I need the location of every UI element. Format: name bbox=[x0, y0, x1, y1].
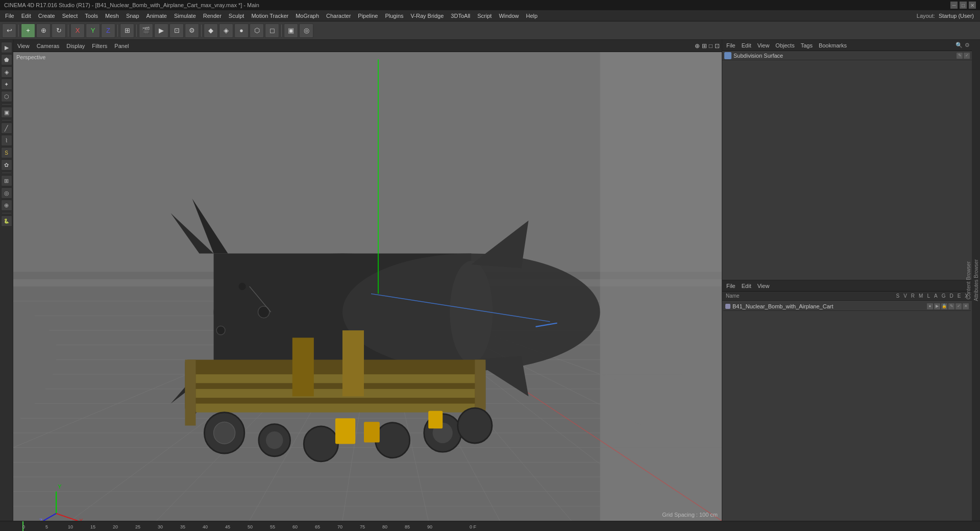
col-a[interactable]: A bbox=[933, 293, 939, 299]
ob-file-menu[interactable]: File bbox=[724, 42, 738, 49]
ob-search-icon[interactable]: 🔍 bbox=[955, 42, 963, 49]
attr-edit-menu[interactable]: Edit bbox=[740, 282, 753, 289]
col-g[interactable]: G bbox=[940, 293, 947, 299]
ob-bookmarks-menu[interactable]: Bookmarks bbox=[817, 42, 849, 49]
col-d[interactable]: D bbox=[948, 293, 954, 299]
menu-plugins[interactable]: Plugins bbox=[382, 12, 406, 20]
close-button[interactable]: ✕ bbox=[969, 2, 976, 9]
attr-sel-icon[interactable]: ✓ bbox=[955, 303, 962, 309]
vp-render-icon[interactable]: ⊞ bbox=[702, 42, 707, 50]
left-tool-2[interactable]: ◈ bbox=[1, 66, 12, 78]
snap-button[interactable]: ⊞ bbox=[120, 23, 134, 38]
edge-mode-button[interactable]: ⬡ bbox=[250, 23, 264, 38]
rotate-tool-button[interactable]: ↻ bbox=[52, 23, 66, 38]
left-tool-8[interactable]: S bbox=[1, 147, 12, 158]
left-tool-10[interactable]: ⊞ bbox=[1, 175, 12, 186]
vp-view-menu[interactable]: View bbox=[15, 42, 32, 50]
render-mode-button[interactable]: ◎ bbox=[299, 23, 313, 38]
attr-del-icon[interactable]: ✕ bbox=[963, 303, 969, 309]
col-v[interactable]: V bbox=[902, 293, 909, 299]
left-tool-12[interactable]: ⊕ bbox=[1, 200, 12, 211]
col-r[interactable]: R bbox=[910, 293, 916, 299]
menu-3dtoall[interactable]: 3DToAll bbox=[448, 12, 473, 20]
col-name[interactable]: Name bbox=[724, 293, 741, 299]
menu-vray-bridge[interactable]: V-Ray Bridge bbox=[408, 12, 447, 20]
left-tool-9[interactable]: ✿ bbox=[1, 159, 12, 171]
ob-gear-icon[interactable]: ⚙ bbox=[965, 42, 970, 49]
point-mode-button[interactable]: ● bbox=[234, 23, 249, 38]
vp-cameras-menu[interactable]: Cameras bbox=[35, 42, 62, 50]
left-tool-11[interactable]: ◎ bbox=[1, 187, 12, 199]
scale-tool-button[interactable]: ⊕ bbox=[36, 23, 51, 38]
menu-window[interactable]: Window bbox=[496, 12, 522, 20]
menu-help[interactable]: Help bbox=[523, 12, 541, 20]
left-tool-3[interactable]: ✦ bbox=[1, 79, 12, 90]
ob-icon-edit[interactable]: ✎ bbox=[957, 53, 963, 59]
viewport[interactable]: Y X Z Perspective Grid Spacing : 100 cm bbox=[13, 52, 722, 521]
menu-file[interactable]: File bbox=[2, 12, 17, 20]
attr-lock-icon[interactable]: 🔒 bbox=[941, 303, 947, 309]
menu-simulate[interactable]: Simulate bbox=[171, 12, 199, 20]
render-region-button[interactable]: 🎬 bbox=[139, 23, 153, 38]
col-e[interactable]: E bbox=[956, 293, 963, 299]
vp-fullscreen-icon[interactable]: ⊡ bbox=[715, 42, 720, 50]
minimize-button[interactable]: ─ bbox=[950, 2, 958, 9]
menu-character[interactable]: Character bbox=[323, 12, 354, 20]
polygon-mode-button[interactable]: ◻ bbox=[265, 23, 279, 38]
left-tool-5[interactable]: ▣ bbox=[1, 107, 12, 118]
ob-view-menu[interactable]: View bbox=[755, 42, 772, 49]
vp-lock-icon[interactable]: □ bbox=[709, 42, 713, 50]
menu-script[interactable]: Script bbox=[474, 12, 495, 20]
menu-snap[interactable]: Snap bbox=[123, 12, 142, 20]
vp-display-menu[interactable]: Display bbox=[64, 42, 87, 50]
left-tool-4[interactable]: ⬡ bbox=[1, 91, 12, 102]
vp-filters-menu[interactable]: Filters bbox=[90, 42, 109, 50]
ob-objects-menu[interactable]: Objects bbox=[773, 42, 796, 49]
x-axis-button[interactable]: X bbox=[70, 23, 85, 38]
side-tab-attributes[interactable]: Attributes Browser bbox=[972, 255, 980, 305]
col-m[interactable]: M bbox=[917, 293, 924, 299]
menu-select[interactable]: Select bbox=[59, 12, 81, 20]
z-axis-button[interactable]: Z bbox=[101, 23, 115, 38]
menu-sculpt[interactable]: Sculpt bbox=[226, 12, 248, 20]
menu-mograph[interactable]: MoGraph bbox=[292, 12, 322, 20]
side-tab-content[interactable]: Content Browser bbox=[965, 257, 972, 303]
menu-tools[interactable]: Tools bbox=[82, 12, 101, 20]
attr-view-menu[interactable]: View bbox=[755, 282, 772, 289]
left-tool-1[interactable]: ⬟ bbox=[1, 54, 12, 65]
move-tool-button[interactable]: + bbox=[21, 23, 35, 38]
ob-icon-check[interactable]: ✓ bbox=[964, 53, 970, 59]
menu-animate[interactable]: Animate bbox=[143, 12, 170, 20]
menu-create[interactable]: Create bbox=[35, 12, 58, 20]
menu-render[interactable]: Render bbox=[200, 12, 225, 20]
attr-render-icon[interactable]: ▶ bbox=[934, 303, 940, 309]
menu-mesh[interactable]: Mesh bbox=[102, 12, 122, 20]
left-tool-7[interactable]: ⌇ bbox=[1, 135, 12, 146]
render-active-button[interactable]: ▶ bbox=[154, 23, 168, 38]
ob-edit-menu[interactable]: Edit bbox=[740, 42, 753, 49]
maximize-button[interactable]: □ bbox=[960, 2, 967, 9]
vp-panel-menu[interactable]: Panel bbox=[112, 42, 131, 50]
ob-tags-menu[interactable]: Tags bbox=[799, 42, 815, 49]
ob-item-subdivision[interactable]: Subdivision Surface ✎ ✓ bbox=[722, 51, 972, 60]
col-s[interactable]: S bbox=[894, 293, 901, 299]
attr-edit-icon[interactable]: ✎ bbox=[948, 303, 954, 309]
display-mode-button[interactable]: ▣ bbox=[284, 23, 298, 38]
vp-fit-icon[interactable]: ⊕ bbox=[695, 42, 700, 50]
menu-motion-tracker[interactable]: Motion Tracker bbox=[248, 12, 291, 20]
left-tool-6[interactable]: ╱ bbox=[1, 123, 12, 134]
left-tool-python[interactable]: 🐍 bbox=[1, 215, 12, 227]
attr-item-b41[interactable]: B41_Nuclear_Bomb_with_Airplane_Cart ● ▶ … bbox=[723, 302, 971, 311]
attr-visible-icon[interactable]: ● bbox=[927, 303, 933, 309]
model-mode-button[interactable]: ◆ bbox=[204, 23, 218, 38]
menu-edit[interactable]: Edit bbox=[18, 12, 34, 20]
texture-mode-button[interactable]: ◈ bbox=[219, 23, 233, 38]
col-l[interactable]: L bbox=[925, 293, 932, 299]
menu-pipeline[interactable]: Pipeline bbox=[355, 12, 381, 20]
attr-file-menu[interactable]: File bbox=[724, 282, 738, 289]
undo-button[interactable]: ↩ bbox=[2, 23, 16, 38]
left-tool-0[interactable]: ▶ bbox=[1, 42, 12, 53]
y-axis-button[interactable]: Y bbox=[86, 23, 100, 38]
render-settings-button[interactable]: ⚙ bbox=[185, 23, 199, 38]
render-to-po-button[interactable]: ⊡ bbox=[169, 23, 184, 38]
